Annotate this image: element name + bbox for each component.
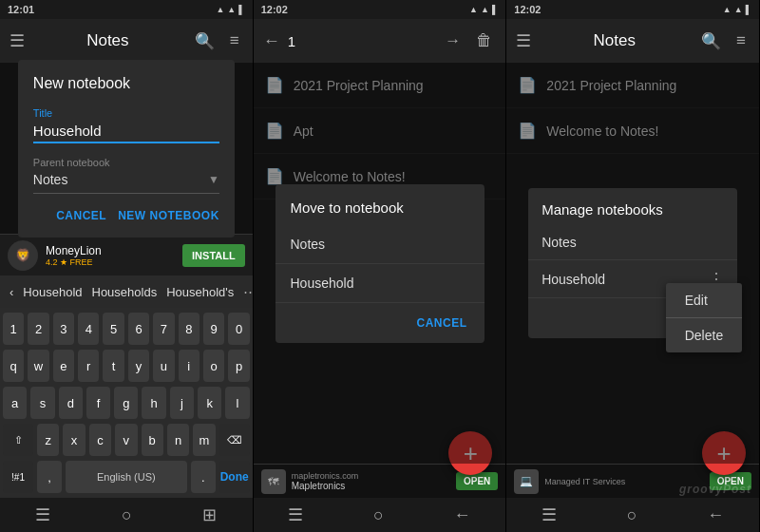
key-i[interactable]: i [179, 350, 200, 382]
key-j[interactable]: j [170, 387, 194, 419]
move-option-notes[interactable]: Notes [276, 225, 484, 264]
key-7[interactable]: 7 [153, 313, 174, 345]
new-notebook-overlay: New notebook Title Household Parent note… [0, 63, 253, 234]
key-0[interactable]: 0 [228, 313, 249, 345]
key-4[interactable]: 4 [78, 313, 99, 345]
autocomplete-item-1[interactable]: Households [92, 285, 158, 299]
key-1[interactable]: 1 [3, 313, 24, 345]
autocomplete-more-icon[interactable]: ⋯ [243, 283, 253, 300]
key-9[interactable]: 9 [203, 313, 224, 345]
filter-icon-3[interactable]: ≡ [732, 28, 750, 54]
move-option-household[interactable]: Household [276, 264, 484, 303]
autocomplete-item-2[interactable]: Household's [166, 285, 234, 299]
key-q[interactable]: q [3, 350, 24, 382]
cancel-button-1[interactable]: CANCEL [56, 209, 106, 222]
key-s[interactable]: s [30, 387, 54, 419]
moneylion-name: MoneyLion [46, 244, 175, 257]
key-2[interactable]: 2 [28, 313, 48, 345]
key-8[interactable]: 8 [179, 313, 200, 345]
status-time-2: 12:02 [261, 4, 288, 15]
menu-icon-1[interactable]: ☰ [10, 30, 25, 51]
menu-icon-3[interactable]: ☰ [516, 30, 531, 51]
key-n[interactable]: n [167, 424, 189, 456]
autocomplete-back-icon[interactable]: ‹ [10, 285, 13, 299]
nav-menu-btn-2[interactable]: ☰ [276, 501, 314, 529]
key-p[interactable]: p [228, 350, 249, 382]
delete-icon-2[interactable]: 🗑 [472, 28, 496, 54]
nav-apps-btn-1[interactable]: ⊞ [191, 501, 228, 529]
status-bar-3: 12:02 ▲ ▲ ▌ [506, 0, 759, 19]
manage-area: Manage notebooks Notes Household ⋮ CANCE… [528, 188, 737, 338]
key-r[interactable]: r [78, 350, 99, 382]
back-icon-2[interactable]: ← [263, 31, 280, 51]
wifi-icon-3: ▲ [734, 5, 743, 14]
key-d[interactable]: d [59, 387, 83, 419]
nav-menu-btn-1[interactable]: ☰ [24, 501, 62, 529]
search-icon-1[interactable]: 🔍 [191, 28, 218, 55]
key-t[interactable]: t [103, 350, 124, 382]
symbols-key[interactable]: !#1 [3, 461, 33, 493]
create-notebook-button[interactable]: NEW NOTEBOOK [118, 209, 219, 222]
ad-icon-2: 🗺 [261, 469, 286, 494]
search-icon-3[interactable]: 🔍 [697, 28, 725, 55]
title-input-1[interactable]: Household [33, 123, 219, 143]
backspace-key[interactable]: ⌫ [219, 424, 250, 456]
nav-home-btn-1[interactable]: ○ [110, 502, 143, 529]
signal-icon-3: ▲ [723, 5, 732, 14]
ad-open-btn-2[interactable]: OPEN [456, 472, 498, 490]
nav-bar-1: ☰ ○ ⊞ [0, 498, 253, 532]
nav-back-btn-2[interactable]: ← [443, 502, 483, 529]
nav-menu-btn-3[interactable]: ☰ [530, 501, 568, 529]
key-x[interactable]: x [63, 424, 85, 456]
key-5[interactable]: 5 [103, 313, 124, 345]
kb-row-numbers: 1 2 3 4 5 6 7 8 9 0 [3, 313, 250, 345]
parent-dropdown-1[interactable]: Notes ▼ [33, 172, 219, 194]
key-z[interactable]: z [37, 424, 59, 456]
parent-label-1: Parent notebook [33, 157, 219, 168]
key-w[interactable]: w [28, 350, 48, 382]
ad-open-btn-3[interactable]: OPEN [710, 472, 751, 490]
manage-item-notes[interactable]: Notes [528, 225, 737, 260]
autocomplete-item-0[interactable]: Household [23, 285, 82, 299]
key-v[interactable]: v [115, 424, 137, 456]
key-g[interactable]: g [114, 387, 138, 419]
ad-text-3: Managed IT Services [544, 477, 703, 486]
nav-back-btn-3[interactable]: ← [695, 502, 735, 529]
key-o[interactable]: o [203, 350, 224, 382]
key-3[interactable]: 3 [53, 313, 74, 345]
arrow-icon-2[interactable]: → [441, 28, 465, 54]
install-button[interactable]: INSTALL [182, 244, 245, 267]
shift-key[interactable]: ⇧ [3, 424, 33, 456]
kb-row-zxcv: ⇧ z x c v b n m ⌫ [3, 424, 250, 456]
key-u[interactable]: u [153, 350, 174, 382]
done-key[interactable]: Done [219, 461, 250, 493]
key-l[interactable]: l [225, 387, 249, 419]
context-delete-option[interactable]: Delete [666, 318, 742, 352]
key-k[interactable]: k [198, 387, 221, 419]
comma-key[interactable]: , [37, 461, 62, 493]
key-b[interactable]: b [142, 424, 163, 456]
kb-row-qwerty: q w e r t y u i o p [3, 350, 250, 382]
ad-icon-3: 💻 [514, 469, 539, 494]
key-c[interactable]: c [89, 424, 111, 456]
app-bar-2: ← 1 → 🗑 [254, 19, 506, 63]
period-key[interactable]: . [191, 461, 216, 493]
key-6[interactable]: 6 [128, 313, 149, 345]
key-h[interactable]: h [142, 387, 165, 419]
key-e[interactable]: e [53, 350, 74, 382]
space-key[interactable]: English (US) [66, 461, 187, 493]
key-a[interactable]: a [3, 387, 27, 419]
nav-home-btn-2[interactable]: ○ [362, 502, 395, 529]
status-time-1: 12:01 [8, 4, 34, 15]
context-edit-option[interactable]: Edit [666, 283, 742, 318]
note-list-3: 📄 2021 Project Planning 📄 Welcome to Not… [506, 63, 759, 464]
move-cancel-button[interactable]: CANCEL [411, 311, 473, 335]
dropdown-arrow-1: ▼ [208, 173, 219, 186]
key-y[interactable]: y [128, 350, 149, 382]
ad-name-2: Mapletronics [292, 481, 450, 491]
key-m[interactable]: m [193, 424, 215, 456]
filter-icon-1[interactable]: ≡ [226, 28, 243, 54]
key-f[interactable]: f [86, 387, 110, 419]
manage-dialog-title: Manage notebooks [528, 188, 737, 225]
nav-home-btn-3[interactable]: ○ [616, 502, 649, 529]
